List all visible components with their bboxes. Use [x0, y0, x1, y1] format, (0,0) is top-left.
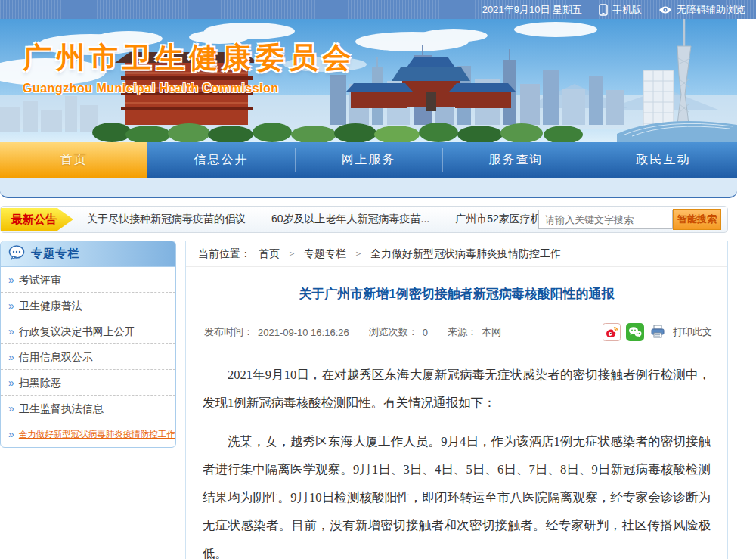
article-title: 关于广州市新增1例密切接触者新冠病毒核酸阳性的通报	[198, 267, 715, 315]
sidebar-item-supervision[interactable]: » 卫生监督执法信息	[1, 396, 175, 421]
site-title: 广州市卫生健康委员会	[23, 39, 355, 77]
accessibility-link[interactable]: 无障碍辅助浏览	[658, 3, 745, 17]
nav-item-info-disclosure[interactable]: 信息公开	[147, 142, 295, 178]
breadcrumb-current: 全力做好新型冠状病毒肺炎疫情防控工作	[370, 247, 561, 261]
site-banner: 广州市卫生健康委员会 Guangzhou Municipal Health Co…	[0, 19, 737, 142]
nav-item-public-interaction[interactable]: 政民互动	[590, 142, 737, 178]
article-paragraph: 洗某，女，越秀区东海大厦工作人员。9月4日，作为该酒店1例无症状感染者的密切接触…	[203, 427, 711, 559]
search-input[interactable]	[538, 210, 673, 229]
announcement-link[interactable]: 关于尽快接种新冠病毒疫苗的倡议	[87, 213, 246, 226]
wechat-share-icon[interactable]	[626, 323, 644, 341]
site-search: 智能搜索	[538, 209, 721, 230]
main-navigation: 首页 信息公开 网上服务 服务查询 政民互动	[0, 142, 737, 178]
source-value: 本网	[482, 325, 501, 339]
sidebar-item-anti-crime[interactable]: » 扫黑除恶	[1, 370, 175, 396]
chevron-right-icon: »	[8, 396, 14, 421]
views-value: 0	[423, 327, 428, 338]
chevron-right-icon: »	[8, 318, 14, 344]
sidebar-item-health-law[interactable]: » 卫生健康普法	[1, 293, 175, 318]
article-body: 2021年9月10日，在对越秀区东海大厦新冠病毒无症状感染者的密切接触者例行检测…	[198, 349, 715, 559]
breadcrumb-separator: ＞	[354, 247, 363, 260]
site-logo: 广州市卫生健康委员会 Guangzhou Municipal Health Co…	[23, 39, 355, 95]
weibo-share-icon[interactable]	[603, 323, 621, 341]
sidebar-item-exam-review[interactable]: » 考试评审	[1, 267, 175, 293]
mobile-phone-icon	[599, 4, 608, 16]
sidebar-item-admin-review[interactable]: » 行政复议决定书网上公开	[1, 318, 175, 344]
chevron-right-icon: »	[8, 370, 14, 396]
site-subtitle: Guangzhou Municipal Health Commission	[23, 82, 355, 95]
source-label: 来源：	[448, 325, 477, 339]
top-utility-bar: 2021年9月10日 星期五 手机版 无障碍辅助浏览	[0, 0, 756, 19]
views-label: 浏览次数：	[369, 325, 418, 339]
latest-announcement-badge: 最新公告	[1, 208, 73, 231]
article-meta: 发布时间： 2021-09-10 16:16:26 浏览次数： 0 来源： 本网	[198, 315, 715, 349]
chevron-right-icon: »	[8, 421, 14, 447]
breadcrumb-home[interactable]: 首页	[259, 247, 280, 261]
publish-time-label: 发布时间：	[204, 325, 253, 339]
sidebar-header: 专题专栏	[1, 241, 175, 267]
nav-item-online-services[interactable]: 网上服务	[295, 142, 442, 178]
announcement-bar: 最新公告 关于尽快接种新冠病毒疫苗的倡议 60岁及以上老年人新冠病毒疫苗... …	[0, 206, 728, 233]
chevron-right-icon: »	[8, 293, 14, 318]
breadcrumb-topics[interactable]: 专题专栏	[304, 247, 346, 261]
special-topics-sidebar: 专题专栏 » 考试评审 » 卫生健康普法 » 行政复议决定书网上公开 » 信用信…	[0, 241, 176, 448]
sidebar-title: 专题专栏	[31, 247, 79, 261]
nav-item-service-inquiry[interactable]: 服务查询	[442, 142, 590, 178]
announcement-links: 关于尽快接种新冠病毒疫苗的倡议 60岁及以上老年人新冠病毒疫苗... 广州市52…	[87, 213, 538, 226]
chevron-right-icon: »	[8, 267, 14, 293]
publish-time-value: 2021-09-10 16:16:26	[258, 327, 349, 338]
breadcrumb-separator: ＞	[287, 247, 296, 260]
print-article-link[interactable]: 打印此文	[673, 325, 712, 339]
nav-item-home[interactable]: 首页	[0, 142, 147, 178]
eye-icon	[658, 5, 672, 14]
printer-icon[interactable]	[649, 323, 668, 341]
sidebar-item-covid-prevention[interactable]: » 全力做好新型冠状病毒肺炎疫情防控工作	[1, 421, 175, 447]
sidebar-item-credit-info[interactable]: » 信用信息双公示	[1, 344, 175, 370]
announcement-link[interactable]: 60岁及以上老年人新冠病毒疫苗...	[271, 213, 429, 226]
chevron-right-icon: »	[8, 344, 14, 370]
speech-bubble-icon	[8, 245, 25, 263]
nav-sub-strip	[0, 178, 737, 198]
article-paragraph: 2021年9月10日，在对越秀区东海大厦新冠病毒无症状感染者的密切接触者例行检测…	[203, 361, 711, 417]
breadcrumb-label: 当前位置：	[198, 247, 251, 261]
smart-search-button[interactable]: 智能搜索	[673, 209, 721, 230]
current-date: 2021年9月10日 星期五	[482, 3, 582, 17]
announcement-link[interactable]: 广州市52家医疗机构提供24小...	[455, 213, 538, 226]
accessibility-label: 无障碍辅助浏览	[677, 3, 745, 17]
mobile-version-label: 手机版	[612, 3, 642, 17]
article-panel: 当前位置： 首页 ＞ 专题专栏 ＞ 全力做好新型冠状病毒肺炎疫情防控工作 关于广…	[185, 241, 728, 559]
breadcrumb: 当前位置： 首页 ＞ 专题专栏 ＞ 全力做好新型冠状病毒肺炎疫情防控工作	[186, 241, 727, 267]
mobile-version-link[interactable]: 手机版	[599, 3, 642, 17]
